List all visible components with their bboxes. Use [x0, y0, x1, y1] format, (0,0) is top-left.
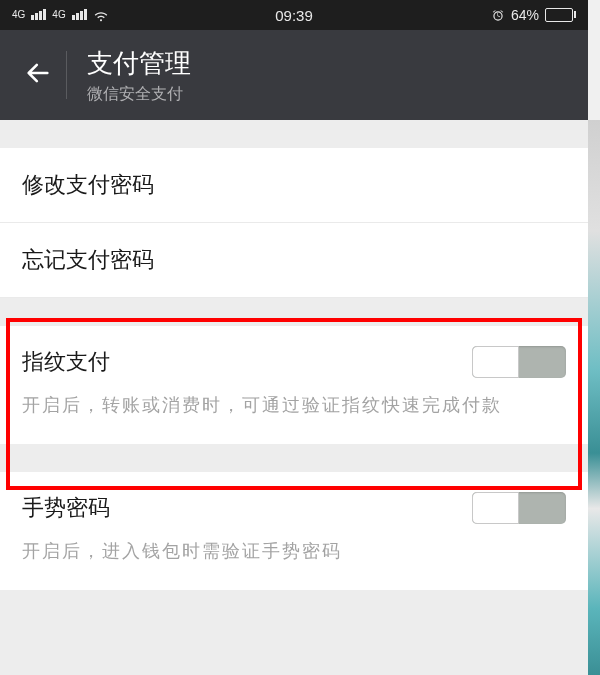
fingerprint-title: 指纹支付 [22, 347, 110, 377]
toggle-knob [472, 492, 519, 524]
change-payment-password-item[interactable]: 修改支付密码 [0, 148, 588, 223]
battery-percent-label: 64% [511, 7, 539, 23]
item-label: 修改支付密码 [22, 172, 154, 197]
fingerprint-toggle[interactable] [472, 346, 566, 378]
item-label: 忘记支付密码 [22, 247, 154, 272]
nav-header: 支付管理 微信安全支付 [0, 30, 588, 120]
scroll-edge-decoration [588, 120, 600, 675]
nav-divider [66, 51, 67, 99]
page-title: 支付管理 [87, 46, 191, 81]
fingerprint-description: 开启后，转账或消费时，可通过验证指纹快速完成付款 [22, 392, 566, 420]
network-type-label-2: 4G [52, 10, 65, 20]
back-button[interactable] [10, 49, 66, 101]
gesture-toggle[interactable] [472, 492, 566, 524]
wifi-icon [93, 6, 109, 23]
battery-icon [545, 8, 576, 22]
network-type-label: 4G [12, 10, 25, 20]
toggle-knob [472, 346, 519, 378]
page-subtitle: 微信安全支付 [87, 84, 191, 105]
signal-bars-icon [31, 9, 46, 20]
gesture-password-section: 手势密码 开启后，进入钱包时需验证手势密码 [0, 472, 588, 590]
alarm-icon [491, 7, 505, 23]
forgot-payment-password-item[interactable]: 忘记支付密码 [0, 223, 588, 298]
fingerprint-payment-section: 指纹支付 开启后，转账或消费时，可通过验证指纹快速完成付款 [0, 326, 588, 444]
arrow-left-icon [24, 59, 52, 87]
gesture-title: 手势密码 [22, 493, 110, 523]
gesture-description: 开启后，进入钱包时需验证手势密码 [22, 538, 566, 566]
signal-bars-icon-2 [72, 9, 87, 20]
clock-label: 09:39 [275, 7, 313, 24]
status-bar: 4G 4G 09:39 64% [0, 0, 588, 30]
